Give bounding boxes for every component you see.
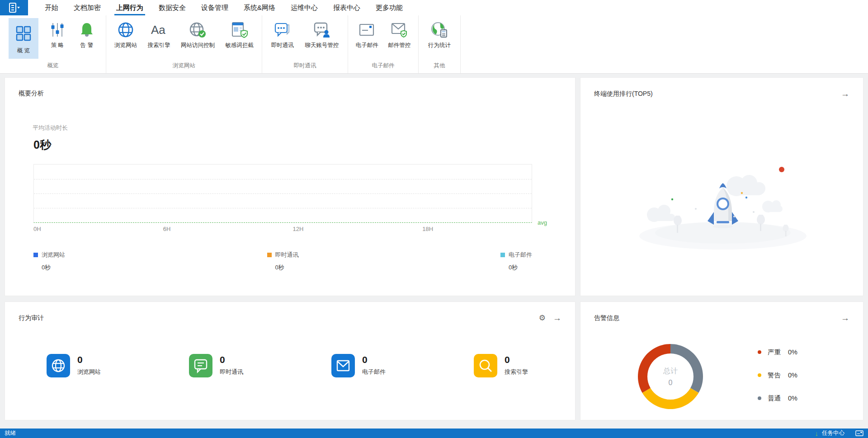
- menu-item-web-behavior[interactable]: 上网行为: [108, 0, 151, 15]
- sun-dot-icon: [779, 167, 784, 172]
- panel-title: 告警信息: [594, 314, 619, 322]
- stat-browse-site: 0 浏览网站: [47, 354, 189, 377]
- alarm-bell-icon: [79, 20, 95, 40]
- app-menu-button[interactable]: [0, 0, 28, 15]
- ribbon-button-label: 告 警: [80, 42, 93, 49]
- ribbon-button-browse-site[interactable]: 浏览网站: [112, 18, 139, 51]
- alert-legend-severe: 严重 0%: [758, 348, 797, 357]
- download-arrow-icon: ↓: [815, 430, 819, 437]
- ribbon-button-overview[interactable]: 概 览: [9, 18, 38, 59]
- alert-legend-warning: 警告 0%: [758, 371, 797, 380]
- alert-label: 警告: [768, 371, 781, 380]
- donut-total-value: 0: [669, 379, 673, 387]
- stat-instant-message: 0 即时通讯: [189, 354, 331, 377]
- ribbon-button-label: 邮件管控: [388, 42, 410, 49]
- ribbon-group-other: 行为统计 其他: [419, 15, 461, 73]
- ribbon-button-policy[interactable]: 策 略: [47, 18, 68, 51]
- site-access-control-icon: [189, 20, 207, 40]
- task-center-button[interactable]: 任务中心: [822, 429, 844, 437]
- gear-icon[interactable]: ⚙: [539, 314, 546, 322]
- ribbon-button-search-engine[interactable]: Aa 搜索引擎: [146, 18, 173, 51]
- alert-label: 普通: [768, 394, 781, 403]
- arrow-right-icon[interactable]: →: [841, 314, 849, 322]
- ribbon-button-instant-message[interactable]: 即时通讯: [269, 18, 296, 51]
- stat-label: 浏览网站: [77, 368, 101, 376]
- chart-legend: 浏览网站 0秒 即时通讯 0秒 电子邮件 0秒: [33, 251, 532, 272]
- panel-summary-analysis: 概要分析 平均活动时长 0秒 avg 0H 6H 12H 18H 浏览网站: [5, 77, 576, 296]
- ribbon-button-chat-account-control[interactable]: 聊天账号管控: [302, 18, 341, 51]
- avg-line-label: avg: [538, 219, 547, 226]
- stat-value: 0: [77, 354, 101, 365]
- legend-swatch-icon: [33, 253, 38, 257]
- ribbon-button-behavior-stats[interactable]: 行为统计: [426, 18, 453, 51]
- legend-value: 0秒: [275, 264, 299, 272]
- menu-item-more[interactable]: 更多功能: [368, 0, 410, 15]
- activity-chart: avg 0H 6H 12H 18H: [33, 164, 532, 235]
- menu-item-start[interactable]: 开始: [37, 0, 66, 15]
- ribbon-button-label: 策 略: [51, 42, 64, 49]
- ribbon-button-label: 聊天账号管控: [305, 42, 339, 49]
- ribbon-group-label: 其他: [419, 60, 460, 73]
- policy-sliders-icon: [49, 20, 66, 40]
- stat-label: 即时通讯: [220, 368, 243, 376]
- ribbon-button-label: 敏感词拦截: [225, 42, 254, 49]
- ribbon-toolbar: 概 览 策 略: [0, 15, 868, 74]
- ribbon-button-sensitive-word-block[interactable]: 敏感词拦截: [223, 18, 256, 51]
- legend-swatch-icon: [267, 253, 272, 257]
- email-icon: [358, 20, 376, 40]
- behavior-stats-icon: [430, 20, 448, 40]
- panel-behavior-audit: 行为审计 ⚙ → 0 浏览网站: [5, 301, 576, 420]
- menu-item-doc-encrypt[interactable]: 文档加密: [66, 0, 108, 15]
- ribbon-group-browse: 浏览网站 Aa 搜索引擎: [106, 15, 262, 73]
- arrow-right-icon[interactable]: →: [841, 89, 849, 98]
- ribbon-button-label: 网站访问控制: [181, 42, 215, 49]
- legend-label: 电子邮件: [509, 251, 532, 259]
- chat-account-control-icon: [313, 20, 331, 40]
- menu-item-ops-center[interactable]: 运维中心: [283, 0, 326, 15]
- stat-label: 搜索引擎: [505, 368, 528, 376]
- menu-item-device-mgmt[interactable]: 设备管理: [193, 0, 236, 15]
- ribbon-button-email[interactable]: 电子邮件: [354, 18, 381, 51]
- stat-email: 0 电子邮件: [331, 354, 474, 377]
- app-menu-icon: [7, 2, 21, 13]
- menu-items: 开始 文档加密 上网行为 数据安全 设备管理 系统&网络 运维中心 报表中心 更…: [37, 0, 410, 15]
- ribbon-button-label: 浏览网站: [114, 42, 137, 49]
- menu-item-data-security[interactable]: 数据安全: [151, 0, 193, 15]
- legend-dot-icon: [758, 396, 761, 400]
- ribbon-button-label: 电子邮件: [356, 42, 378, 49]
- ribbon-button-alarm[interactable]: 告 警: [76, 18, 97, 51]
- ribbon-group-label: 即时通讯: [262, 60, 348, 73]
- arrow-right-icon[interactable]: →: [553, 314, 561, 322]
- legend-label: 浏览网站: [42, 251, 65, 259]
- svg-text:Aa: Aa: [151, 23, 165, 37]
- panel-title: 行为审计: [19, 314, 44, 322]
- ribbon-button-site-access-control[interactable]: 网站访问控制: [179, 18, 217, 51]
- instant-message-icon: [274, 20, 292, 40]
- ribbon-empty-space: [461, 15, 868, 73]
- ribbon-button-label: 搜索引擎: [148, 42, 170, 49]
- browse-globe-icon: [117, 20, 134, 40]
- panel-terminal-top5: 终端使用排行(TOP5) →: [580, 77, 863, 296]
- menu-item-report-center[interactable]: 报表中心: [326, 0, 368, 15]
- avg-activity-label: 平均活动时长: [33, 124, 575, 132]
- legend-value: 0秒: [509, 264, 532, 272]
- ribbon-group-im: 即时通讯 聊天账号管控 即时通讯: [262, 15, 348, 73]
- donut-total-label: 总计: [663, 367, 678, 376]
- stat-label: 电子邮件: [362, 368, 386, 376]
- avg-activity-value: 0秒: [33, 137, 575, 152]
- ribbon-button-label: 即时通讯: [271, 42, 294, 49]
- x-axis-ticks: 0H 6H 12H 18H: [33, 226, 532, 235]
- legend-item-im: 即时通讯 0秒: [267, 251, 299, 272]
- menu-item-system-network[interactable]: 系统&网络: [236, 0, 283, 15]
- legend-value: 0秒: [42, 264, 65, 272]
- ribbon-group-label: 电子邮件: [348, 60, 418, 73]
- legend-item-browse: 浏览网站 0秒: [33, 251, 65, 272]
- legend-item-email: 电子邮件 0秒: [500, 251, 532, 272]
- search-aa-icon: Aa: [150, 20, 168, 40]
- x-tick: 18H: [422, 226, 433, 232]
- ribbon-button-mail-control[interactable]: 邮件管控: [386, 18, 413, 51]
- ribbon-button-label: 行为统计: [428, 42, 451, 49]
- legend-dot-icon: [758, 373, 761, 377]
- menu-bar: 开始 文档加密 上网行为 数据安全 设备管理 系统&网络 运维中心 报表中心 更…: [0, 0, 868, 15]
- message-envelope-icon[interactable]: [855, 430, 863, 436]
